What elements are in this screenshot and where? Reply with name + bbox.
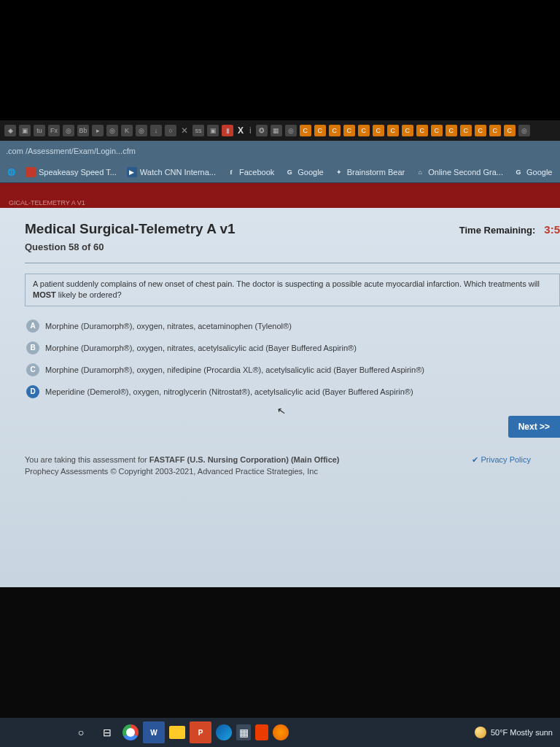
bookmark-item[interactable]: G Google (284, 167, 323, 177)
site-header: GICAL-TELEMETRY A V1 (0, 183, 560, 208)
tab-close-icon[interactable]: ✕ (179, 125, 190, 136)
tab-icon[interactable]: Fx (48, 125, 60, 136)
bookmark-item[interactable]: Speakeasy Speed T... (26, 167, 117, 177)
answer-badge: D (26, 385, 39, 398)
tab-text: X (236, 125, 245, 136)
tab-icon[interactable]: ◆ (4, 125, 16, 136)
chrome-icon[interactable] (122, 724, 139, 740)
privacy-link[interactable]: Privacy Policy (472, 454, 531, 466)
tab-icon[interactable]: ✪ (256, 125, 268, 136)
tab-icon[interactable]: C (431, 125, 443, 136)
bookmark-label: Brainstorm Bear (347, 168, 405, 177)
answer-list: A Morphine (Duramorph®), oxygen, nitrate… (25, 315, 560, 403)
bookmark-item[interactable]: ▶ Watch CNN Interna... (127, 167, 216, 177)
bookmark-item[interactable]: ⌂ Online Second Gra... (415, 167, 503, 177)
bookmark-item[interactable]: G Google (513, 167, 552, 177)
bookmark-icon: ✦ (334, 167, 344, 177)
tab-icon[interactable]: ◎ (518, 125, 530, 136)
breadcrumb: GICAL-TELEMETRY A V1 (9, 199, 85, 206)
tab-icon[interactable]: C (402, 125, 413, 136)
divider (25, 263, 560, 263)
exam-title: Medical Surgical-Telemetry A v1 (25, 221, 236, 237)
google-icon: G (513, 167, 524, 177)
timer-value: 3:5 (544, 223, 560, 236)
tab-icon[interactable]: C (489, 125, 501, 136)
tab-icon[interactable]: ss (192, 125, 204, 136)
file-explorer-icon[interactable] (169, 726, 185, 739)
facebook-icon: f (226, 167, 236, 177)
tab-icon[interactable]: ▣ (19, 125, 31, 136)
question-prefix: A patient suddenly complains of new onse… (33, 279, 540, 288)
tab-icon[interactable]: ▸ (92, 125, 104, 136)
answer-option-b[interactable]: B Morphine (Duramorph®), oxygen, nitrate… (25, 337, 560, 359)
footer-text: You are taking this assessment for (25, 455, 149, 464)
task-view-icon[interactable]: ⊟ (96, 721, 118, 743)
bookmarks-bar: 🌐 Speakeasy Speed T... ▶ Watch CNN Inter… (0, 161, 560, 183)
tab-icon[interactable]: ▮ (222, 125, 233, 136)
next-button[interactable]: Next >> (508, 416, 560, 438)
answer-badge: A (26, 320, 39, 333)
tab-icon[interactable]: C (358, 125, 370, 136)
bookmark-label: Speakeasy Speed T... (39, 168, 117, 177)
tab-icon[interactable]: ○ (165, 125, 176, 136)
tab-icon[interactable]: C (416, 125, 428, 136)
question-suffix: likely be ordered? (56, 290, 122, 299)
bookmark-icon: ⌂ (415, 167, 425, 177)
tab-icon[interactable]: C (314, 125, 326, 136)
tab-icon[interactable]: C (387, 125, 399, 136)
copyright: Prophecy Assessments © Copyright 2003-20… (25, 467, 318, 476)
tab-icon[interactable]: ◎ (285, 125, 297, 136)
tab-icon[interactable]: ◎ (106, 125, 118, 136)
tab-icon[interactable]: C (446, 125, 457, 136)
footer-org: FASTAFF (U.S. Nursing Corporation) (Main… (149, 455, 340, 464)
bookmark-label: Facebook (239, 168, 274, 177)
black-region-top (0, 0, 560, 120)
bookmark-item[interactable]: f Facebook (226, 167, 274, 177)
bookmark-icon (26, 167, 36, 177)
weather-widget[interactable]: 50°F Mostly sunn (475, 727, 553, 738)
address-bar[interactable]: .com /Assessment/Exam/Login...cfm (0, 141, 560, 161)
tab-icon[interactable]: tu (34, 125, 45, 136)
calculator-icon[interactable]: ▦ (236, 724, 251, 740)
tab-icon[interactable]: C (504, 125, 516, 136)
tab-icon[interactable]: C (343, 125, 355, 136)
answer-text: Morphine (Duramorph®), oxygen, nifedipin… (45, 365, 424, 374)
tab-icon[interactable]: C (329, 125, 341, 136)
firefox-icon[interactable] (273, 724, 289, 740)
mouse-cursor-icon: ↖ (276, 404, 287, 417)
office-icon[interactable] (255, 724, 268, 740)
word-icon[interactable]: W (143, 721, 165, 743)
powerpoint-icon[interactable]: P (190, 721, 211, 743)
bookmark-label: Watch CNN Interna... (140, 168, 216, 177)
tab-icon[interactable]: ↓ (150, 125, 162, 136)
answer-badge: B (26, 341, 39, 355)
browser-tab-strip: ◆ ▣ tu Fx ◎ Bb ▸ ◎ K ◎ ↓ ○ ✕ ss ▣ ▮ X i … (0, 120, 560, 141)
bookmark-label: Online Second Gra... (428, 168, 503, 177)
tab-icon[interactable]: C (460, 125, 472, 136)
tab-icon[interactable]: C (300, 125, 311, 136)
tab-icon[interactable]: ▣ (207, 125, 219, 136)
tab-icon[interactable]: K (121, 125, 133, 136)
timer-label: Time Remaining: (459, 225, 536, 236)
tab-icon[interactable]: C (373, 125, 384, 136)
answer-option-c[interactable]: C Morphine (Duramorph®), oxygen, nifedip… (25, 359, 560, 381)
footer: You are taking this assessment for FASTA… (25, 454, 560, 478)
cortana-icon[interactable]: ○ (70, 721, 92, 743)
answer-badge: C (26, 363, 39, 376)
tab-icon[interactable]: Bb (77, 125, 89, 136)
bookmark-label: Google (526, 168, 552, 177)
question-number: Question 58 of 60 (25, 241, 236, 252)
answer-option-d[interactable]: D Meperidine (Demerol®), oxygen, nitrogl… (25, 381, 560, 403)
weather-text: 50°F Mostly sunn (491, 728, 553, 737)
answer-option-a[interactable]: A Morphine (Duramorph®), oxygen, nitrate… (25, 315, 560, 337)
tab-icon[interactable]: C (475, 125, 486, 136)
tab-icon[interactable]: ◎ (63, 125, 74, 136)
tab-icon[interactable]: ▦ (271, 125, 282, 136)
tab-icon[interactable]: ◎ (136, 125, 147, 136)
edge-icon[interactable] (216, 724, 232, 740)
bookmark-item[interactable]: ✦ Brainstorm Bear (334, 167, 405, 177)
question-emphasis: MOST (33, 290, 56, 299)
answer-text: Morphine (Duramorph®), oxygen, nitrates,… (45, 322, 292, 330)
secure-icon: 🌐 (7, 167, 15, 177)
answer-text: Meperidine (Demerol®), oxygen, nitroglyc… (45, 387, 413, 396)
